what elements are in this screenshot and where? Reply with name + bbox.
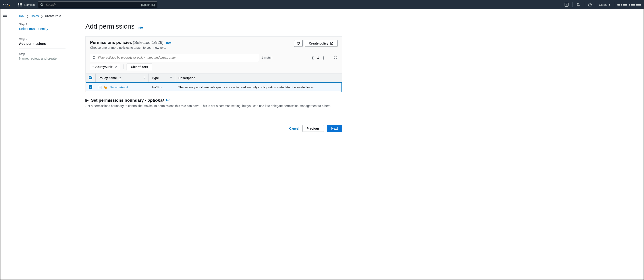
- svg-point-7: [93, 56, 95, 58]
- filter-chip: "SecurityAudit" ✕: [90, 64, 120, 70]
- page-title: Add permissions: [86, 23, 134, 30]
- step-title-disabled: Name, review, and create: [19, 57, 66, 60]
- side-nav-toggle[interactable]: [3, 13, 7, 279]
- aws-logo[interactable]: aws: [3, 3, 12, 7]
- create-policy-button[interactable]: Create policy: [305, 40, 338, 47]
- search-icon: [40, 3, 44, 7]
- policy-type: AWS m…: [149, 82, 175, 92]
- global-search[interactable]: [Option+S]: [38, 1, 157, 8]
- boundary-description: Set a permissions boundary to control th…: [86, 104, 342, 108]
- breadcrumb-current: Create role: [45, 14, 61, 18]
- policies-table: Policy name ▽ Type ▽ Description: [86, 73, 342, 92]
- cancel-button[interactable]: Cancel: [289, 127, 300, 130]
- policy-filter-input[interactable]: [98, 56, 256, 59]
- permissions-boundary-section: ▶ Set permissions boundary - optional In…: [86, 98, 342, 112]
- external-link-icon: [118, 77, 121, 80]
- external-link-icon: [330, 42, 333, 45]
- divider: [328, 55, 328, 60]
- svg-point-6: [590, 5, 590, 6]
- breadcrumb-link-roles[interactable]: Roles: [31, 14, 39, 18]
- top-nav: aws Services [Option+S] Global ▼: [0, 0, 644, 9]
- search-input[interactable]: [46, 3, 139, 7]
- previous-button[interactable]: Previous: [302, 125, 324, 132]
- select-all-checkbox[interactable]: [89, 76, 92, 79]
- nav-separator: [584, 2, 584, 7]
- table-settings-button[interactable]: [334, 55, 338, 60]
- expand-caret-icon[interactable]: ▶: [86, 98, 89, 103]
- gear-icon: [334, 55, 338, 59]
- filter-chip-remove[interactable]: ✕: [115, 65, 118, 69]
- boundary-optional: optional: [148, 98, 164, 103]
- panel-description: Choose one or more policies to attach to…: [90, 46, 172, 49]
- search-icon: [92, 56, 96, 59]
- help-icon[interactable]: [587, 2, 593, 7]
- services-label: Services: [24, 3, 35, 7]
- row-checkbox[interactable]: [89, 85, 92, 89]
- grid-icon: [18, 3, 22, 7]
- policy-name-link[interactable]: SecurityAudit: [110, 86, 128, 89]
- col-description[interactable]: Description: [178, 76, 196, 80]
- breadcrumb-link-iam[interactable]: IAM: [19, 14, 24, 18]
- page-next[interactable]: ❯: [322, 56, 325, 60]
- pagination: ❮ 1 ❯: [311, 55, 338, 60]
- step-number: Step 1: [19, 23, 66, 26]
- step-title-link[interactable]: Select trusted entity: [19, 27, 66, 31]
- wizard-footer: Cancel Previous Next: [86, 125, 342, 132]
- nav-separator: [15, 2, 15, 7]
- step-number: Step 2: [19, 38, 66, 41]
- services-menu-button[interactable]: Services: [18, 3, 35, 7]
- chevron-right-icon: ❯: [40, 14, 43, 18]
- create-policy-label: Create policy: [309, 42, 328, 45]
- permissions-panel: Permissions policies (Selected 1/926) In…: [86, 36, 342, 92]
- panel-info-link[interactable]: Info: [166, 41, 172, 45]
- expand-row-icon[interactable]: ＋: [99, 86, 102, 89]
- sort-icon[interactable]: ▽: [170, 76, 172, 79]
- page-prev[interactable]: ❮: [311, 56, 314, 60]
- step-1: Step 1 Select trusted entity: [19, 23, 66, 34]
- clear-filters-button[interactable]: Clear filters: [126, 64, 152, 70]
- col-policy-name[interactable]: Policy name: [99, 76, 117, 80]
- region-label: Global: [599, 3, 608, 7]
- chevron-right-icon: ❯: [26, 14, 29, 18]
- policy-filter[interactable]: [90, 54, 258, 61]
- chevron-down-icon: ▼: [608, 3, 611, 7]
- table-row[interactable]: ＋ SecurityAudit AWS m… The security audi…: [86, 82, 342, 92]
- notifications-icon[interactable]: [576, 2, 581, 7]
- panel-count: (Selected 1/926): [133, 40, 164, 45]
- next-button[interactable]: Next: [327, 125, 342, 132]
- step-2: Step 2 Add permissions: [19, 38, 66, 49]
- refresh-icon: [296, 42, 300, 45]
- page-number: 1: [317, 56, 319, 59]
- region-selector[interactable]: Global ▼: [599, 3, 611, 7]
- boundary-title: Set permissions boundary -: [91, 98, 148, 103]
- nav-separator: [596, 2, 596, 7]
- wizard-steps: Step 1 Select trusted entity Step 2 Add …: [19, 23, 66, 132]
- side-rail: [0, 9, 10, 279]
- page-info-link[interactable]: Info: [138, 26, 143, 29]
- policy-description: The security audit template grants acces…: [178, 86, 333, 89]
- step-3: Step 3 Name, review, and create: [19, 52, 66, 63]
- svg-text:aws: aws: [3, 3, 8, 6]
- filter-chip-text: "SecurityAudit": [92, 65, 113, 69]
- boundary-info-link[interactable]: Info: [166, 99, 171, 102]
- nav-separator: [614, 2, 614, 7]
- col-type[interactable]: Type: [152, 76, 159, 80]
- account-menu[interactable]: [618, 4, 641, 6]
- step-title-active: Add permissions: [19, 42, 66, 45]
- svg-line-2: [42, 5, 44, 6]
- policy-icon: [104, 86, 108, 89]
- match-count: 1 match: [261, 56, 272, 59]
- sort-icon[interactable]: ▽: [144, 76, 146, 79]
- search-shortcut: [Option+S]: [141, 3, 155, 7]
- nav-separator: [572, 2, 572, 7]
- svg-line-8: [95, 58, 96, 59]
- svg-point-9: [335, 57, 336, 58]
- refresh-button[interactable]: [294, 40, 302, 47]
- svg-point-1: [41, 3, 43, 5]
- divider: [123, 65, 124, 69]
- step-number: Step 3: [19, 52, 66, 56]
- panel-title: Permissions policies: [90, 40, 132, 45]
- breadcrumb: IAM ❯ Roles ❯ Create role: [19, 14, 342, 18]
- cloudshell-icon[interactable]: [564, 2, 569, 7]
